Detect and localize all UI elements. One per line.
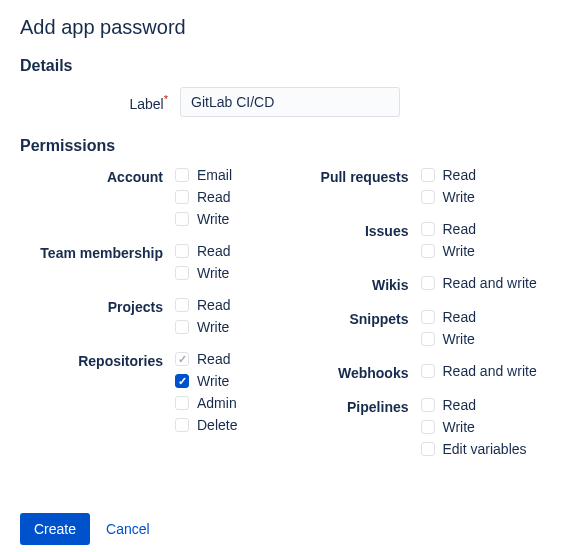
checkbox-label: Write [443,189,475,205]
checkbox-label: Read [443,397,476,413]
checkbox-issues-read[interactable] [421,222,435,236]
checkbox-label: Admin [197,395,237,411]
checkbox-team-write[interactable] [175,266,189,280]
label-input[interactable] [180,87,400,117]
checkbox-pipelines-read[interactable] [421,398,435,412]
checkbox-label: Write [197,373,229,389]
perm-group-team: Team membership Read Write [20,243,276,281]
perm-label-snippets: Snippets [306,309,421,347]
checkbox-label: Email [197,167,232,183]
perm-group-pull-requests: Pull requests Read Write [306,167,562,205]
checkbox-label: Write [443,243,475,259]
checkbox-wikis-rw[interactable] [421,276,435,290]
details-heading: Details [20,57,561,75]
checkbox-issues-write[interactable] [421,244,435,258]
checkbox-label: Write [443,419,475,435]
checkbox-label: Write [197,319,229,335]
cancel-button[interactable]: Cancel [106,521,150,537]
checkbox-label: Write [197,265,229,281]
checkbox-label: Read [197,297,230,313]
checkbox-team-read[interactable] [175,244,189,258]
perm-group-repositories: Repositories Read Write Admin Delete [20,351,276,433]
checkbox-pipelines-edit[interactable] [421,442,435,456]
checkbox-label: Read [197,189,230,205]
perm-group-issues: Issues Read Write [306,221,562,259]
perm-label-pull-requests: Pull requests [306,167,421,205]
perm-group-account: Account Email Read Write [20,167,276,227]
checkbox-pipelines-write[interactable] [421,420,435,434]
checkbox-snippets-write[interactable] [421,332,435,346]
checkbox-snippets-read[interactable] [421,310,435,324]
permissions-col-2: Pull requests Read Write Issues Read Wri… [306,167,562,473]
checkbox-webhooks-rw[interactable] [421,364,435,378]
checkbox-label: Write [197,211,229,227]
perm-group-wikis: Wikis Read and write [306,275,562,293]
perm-label-projects: Projects [20,297,175,335]
permissions-grid: Account Email Read Write Team membership… [20,167,561,473]
checkbox-account-email[interactable] [175,168,189,182]
perm-label-issues: Issues [306,221,421,259]
label-field-row: Label* [20,87,561,117]
checkbox-label: Edit variables [443,441,527,457]
checkbox-label: Read and write [443,275,537,291]
label-field-label: Label* [20,93,180,112]
checkbox-label: Read [197,351,230,367]
checkbox-label: Read [443,167,476,183]
checkbox-pull-read[interactable] [421,168,435,182]
perm-label-repositories: Repositories [20,351,175,433]
perm-group-webhooks: Webhooks Read and write [306,363,562,381]
perm-label-pipelines: Pipelines [306,397,421,457]
checkbox-label: Read [443,309,476,325]
perm-group-snippets: Snippets Read Write [306,309,562,347]
checkbox-label: Read [443,221,476,237]
checkbox-repos-admin[interactable] [175,396,189,410]
checkbox-account-read[interactable] [175,190,189,204]
checkbox-repos-write[interactable] [175,374,189,388]
perm-label-account: Account [20,167,175,227]
checkbox-label: Delete [197,417,237,433]
checkbox-label: Write [443,331,475,347]
button-row: Create Cancel [20,513,561,545]
checkbox-repos-read[interactable] [175,352,189,366]
checkbox-projects-read[interactable] [175,298,189,312]
checkbox-pull-write[interactable] [421,190,435,204]
create-button[interactable]: Create [20,513,90,545]
perm-label-wikis: Wikis [306,275,421,293]
page-title: Add app password [20,16,561,39]
checkbox-projects-write[interactable] [175,320,189,334]
perm-group-projects: Projects Read Write [20,297,276,335]
perm-label-team: Team membership [20,243,175,281]
checkbox-label: Read [197,243,230,259]
perm-label-webhooks: Webhooks [306,363,421,381]
required-indicator: * [164,93,168,105]
perm-group-pipelines: Pipelines Read Write Edit variables [306,397,562,457]
checkbox-repos-delete[interactable] [175,418,189,432]
checkbox-label: Read and write [443,363,537,379]
permissions-heading: Permissions [20,137,561,155]
checkbox-account-write[interactable] [175,212,189,226]
permissions-col-1: Account Email Read Write Team membership… [20,167,276,473]
